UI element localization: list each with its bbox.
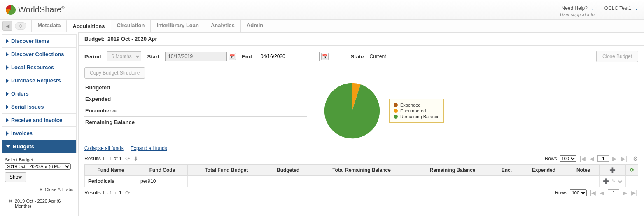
sidebar-item-receive-and-invoice[interactable]: Receive and Invoice [2,113,77,127]
pie-chart-svg [323,82,381,140]
edit-icon[interactable]: ✎ [611,178,616,184]
chevron-right-icon [6,118,9,122]
state-value: Current [369,54,386,59]
page-next-icon[interactable]: ▶ [622,189,628,196]
refresh-icon[interactable]: ⟳ [125,155,130,162]
th-total-remaining-balance[interactable]: Total Remaining Balance [311,165,412,176]
brand-text: WorldShare® [18,5,65,14]
sidebar-item-label: Serial Issues [11,104,44,110]
remove-icon[interactable]: ⊖ [618,178,622,184]
period-select: 6 Months [107,51,141,61]
page-last-icon[interactable]: ▶| [620,155,628,162]
chevron-right-icon [6,52,9,56]
chevron-right-icon [6,65,9,70]
legend-swatch-encumbered [394,109,398,113]
sidebar-item-label: Invoices [11,130,33,136]
sidebar-item-discover-items[interactable]: Discover Items [2,34,77,48]
legend-expended-label: Expended [400,103,421,107]
tab-analytics[interactable]: Analytics [205,20,240,32]
open-budget-tab[interactable]: ✕ 2019 Oct - 2020 Apr (6 Months) [6,196,72,211]
end-label: End [242,54,252,60]
th-total-fund-budget[interactable]: Total Fund Budget [187,165,265,176]
sidebar-item-local-resources[interactable]: Local Resources [2,61,77,74]
sidebar-item-label: Orders [11,91,29,97]
results-text: Results 1 - 1 of 1 [84,156,122,161]
add-icon[interactable]: ➕ [609,167,616,173]
expand-all-funds-link[interactable]: Expand all funds [131,145,167,151]
tab-interlibrary-loan[interactable]: Interlibrary Loan [150,20,205,32]
sidebar-item-purchase-requests[interactable]: Purchase Requests [2,74,77,87]
need-help-menu[interactable]: Need Help?⌄ User support info [560,5,595,17]
chevron-right-icon [6,79,9,83]
refresh-icon[interactable]: ⟳ [125,189,130,196]
page-prev-icon[interactable]: ◀ [599,189,605,196]
end-date-input[interactable] [258,52,320,61]
start-label: Start [147,54,159,60]
tab-admin[interactable]: Admin [240,20,269,32]
chevron-down-icon [6,145,10,148]
refresh-column-icon[interactable]: ⟳ [630,167,634,173]
calendar-icon[interactable]: 📅 [229,53,236,60]
app-header: WorldShare® Need Help?⌄ User support inf… [0,0,644,20]
sidebar-item-label: Budgets [13,143,34,150]
sidebar-item-discover-collections[interactable]: Discover Collections [2,47,77,61]
th-expended[interactable]: Expended [520,165,567,176]
close-icon[interactable]: ✕ [9,199,12,204]
pie-slice-remaining-balance [324,83,380,138]
gear-icon[interactable]: ⚙ [633,155,638,162]
legend-swatch-expended [394,103,398,107]
tab-acquisitions[interactable]: Acquisitions [66,20,110,32]
sidebar-item-serial-issues[interactable]: Serial Issues [2,100,77,114]
page-prev-icon[interactable]: ◀ [589,155,595,162]
period-label: Period [84,54,101,60]
tab-circulation[interactable]: Circulation [111,20,151,32]
state-label: State [351,54,364,60]
sidebar-item-label: Receive and Invoice [11,117,62,123]
history-back-button[interactable]: ◀ [2,21,12,31]
sidebar-item-invoices[interactable]: Invoices [2,126,77,140]
page-next-icon[interactable]: ▶ [611,155,618,162]
page-input[interactable] [597,155,609,162]
th-notes[interactable]: Notes [567,165,600,176]
rows-select[interactable]: 100 [560,155,576,162]
show-button[interactable]: Show [5,172,26,182]
cell: per910 [137,176,188,187]
chevron-down-icon: ⌄ [635,6,638,11]
collapse-all-funds-link[interactable]: Collapse all funds [84,145,124,151]
summary-budgeted-row: Budgeted [84,82,307,93]
th-budgeted[interactable]: Budgeted [265,165,311,176]
history-count-badge: 0 [15,22,26,30]
worldshare-logo-icon [6,5,16,15]
sidebar-item-budgets[interactable]: Budgets [2,140,77,153]
rows-label: Rows [545,156,557,161]
legend-encumbered-label: Encumbered [400,108,426,113]
content-area: Budget: 2019 Oct - 2020 Apr Period 6 Mon… [78,32,644,216]
sidebar: Discover ItemsDiscover CollectionsLocal … [0,32,78,216]
table-row[interactable]: Periodicalsper910➕✎⊖ [85,176,638,187]
th-remaining-balance[interactable]: Remaining Balance [412,165,493,176]
rows-select[interactable]: 100 [570,189,587,196]
download-icon[interactable]: ⬇ [133,155,138,162]
user-menu[interactable]: OCLC Test1⌄ [604,5,638,11]
close-icon: ✕ [39,187,43,192]
page-first-icon[interactable]: |◀ [579,155,587,162]
sidebar-item-label: Purchase Requests [11,77,61,84]
select-budget-label: Select Budget [5,157,73,162]
th-enc-[interactable]: Enc. [493,165,520,176]
th-fund-name[interactable]: Fund Name [85,165,137,176]
chevron-right-icon [6,131,9,136]
close-all-tabs-link[interactable]: ✕ Close All Tabs [5,187,73,192]
calendar-icon[interactable]: 📅 [321,53,329,60]
add-icon[interactable]: ➕ [603,178,609,184]
sidebar-item-orders[interactable]: Orders [2,87,77,100]
select-budget-dropdown[interactable]: 2019 Oct - 2020 Apr (6 Mo [5,163,71,170]
close-budget-button: Close Budget [596,51,638,62]
budget-controls: Period 6 Months Start 📅 End 📅 State Curr… [79,46,644,67]
tab-metadata[interactable]: Metadata [31,20,66,32]
th-fund-code[interactable]: Fund Code [137,165,188,176]
chevron-right-icon [6,92,9,96]
page-last-icon[interactable]: ▶| [630,189,638,196]
budget-pie-chart: Expended Encumbered Remaining Balance [323,82,444,140]
page-first-icon[interactable]: |◀ [589,189,597,196]
page-input[interactable] [608,189,619,196]
